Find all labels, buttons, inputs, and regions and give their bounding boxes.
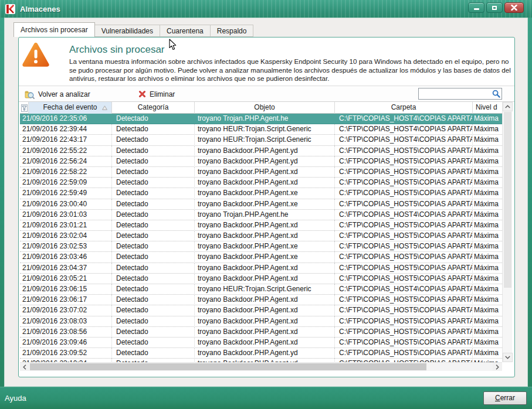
table-row[interactable]: 21/09/2016 23:01:03Detectadotroyano Troj… xyxy=(20,210,502,220)
table-row[interactable]: 21/09/2016 23:08:56Detectadotroyano Back… xyxy=(20,327,502,338)
cell-carpeta: C:\FTP\COPIAS_HOST5\COPIAS APARTADA... xyxy=(335,167,473,178)
column-header-categoria[interactable]: Categoría xyxy=(112,102,195,114)
table-row[interactable]: 21/09/2016 23:07:02Detectadotroyano Back… xyxy=(20,305,502,316)
cell-fecha: 21/09/2016 22:59:49 xyxy=(20,188,112,199)
cell-nivel: Máxima xyxy=(473,231,502,241)
table-row[interactable]: 21/09/2016 22:58:22Detectadotroyano Back… xyxy=(20,167,502,178)
scroll-right-button[interactable] xyxy=(493,363,502,371)
content-panel: Archivos sin procesar La ventana muestra… xyxy=(18,37,515,377)
column-header-fecha[interactable]: Fecha del evento xyxy=(29,102,112,114)
delete-button[interactable]: Eliminar xyxy=(135,88,178,100)
cell-fecha: 21/09/2016 23:09:52 xyxy=(20,348,112,359)
table-row[interactable]: 21/09/2016 22:35:06Detectadotroyano Troj… xyxy=(20,114,502,124)
cell-objeto: troyano Backdoor.PHP.Agent.xd xyxy=(195,231,335,241)
cell-objeto: troyano Backdoor.PHP.Agent.xd xyxy=(195,316,335,327)
table-row[interactable]: 21/09/2016 22:39:44Detectadotroyano HEUR… xyxy=(20,124,502,135)
tab-respaldo[interactable]: Respaldo xyxy=(211,25,254,37)
column-header-objeto[interactable]: Objeto xyxy=(195,102,335,114)
table-row[interactable]: 21/09/2016 23:06:15Detectadotroyano HEUR… xyxy=(20,284,502,295)
cell-nivel: Máxima xyxy=(473,295,502,305)
cell-categoria: Detectado xyxy=(112,135,195,145)
cell-fecha: 21/09/2016 23:02:04 xyxy=(20,231,112,241)
cell-carpeta: C:\FTP\COPIAS_HOST4\COPIAS APARTADA... xyxy=(335,210,473,220)
cell-fecha: 21/09/2016 22:39:44 xyxy=(20,124,112,135)
scroll-down-button[interactable] xyxy=(503,353,513,362)
column-header-carpeta[interactable]: Carpeta xyxy=(335,102,473,114)
table-row[interactable]: 21/09/2016 23:00:40Detectadotroyano Back… xyxy=(20,199,502,210)
cell-objeto: troyano Backdoor.PHP.Agent.xd xyxy=(195,295,335,305)
table-row[interactable]: 21/09/2016 22:59:09Detectadotroyano Back… xyxy=(20,178,502,188)
vertical-scroll-thumb[interactable] xyxy=(504,112,511,288)
maximize-button[interactable] xyxy=(486,2,503,13)
table-row[interactable]: 21/09/2016 23:08:03Detectadotroyano Back… xyxy=(20,316,502,327)
vertical-scrollbar[interactable] xyxy=(502,102,512,362)
cell-carpeta: C:\FTP\COPIAS_HOST5\COPIAS APARTADA... xyxy=(335,295,473,305)
cell-objeto: troyano Backdoor.PHP.Agent.xe xyxy=(195,199,335,210)
folder-magnifier-icon xyxy=(25,90,35,99)
table-row[interactable]: 21/09/2016 23:06:17Detectadotroyano Back… xyxy=(20,295,502,305)
table-row[interactable]: 21/09/2016 22:59:49Detectadotroyano Back… xyxy=(20,188,502,199)
tab-cuarentena[interactable]: Cuarentena xyxy=(160,25,211,37)
table-row[interactable]: 21/09/2016 22:43:17Detectadotroyano HEUR… xyxy=(20,135,502,145)
tab-archivos-sin-procesar[interactable]: Archivos sin procesar xyxy=(13,22,95,37)
cell-fecha: 21/09/2016 23:09:46 xyxy=(20,338,112,348)
cell-objeto: troyano HEUR:Trojan.Script.Generic xyxy=(195,135,335,145)
cell-objeto: troyano Backdoor.PHP.Agent.xe xyxy=(195,241,335,252)
chevron-up-icon xyxy=(505,105,510,108)
cell-categoria: Detectado xyxy=(112,220,195,231)
cell-carpeta: C:\FTP\COPIAS_HOST5\COPIAS APARTADA... xyxy=(335,188,473,199)
table-row[interactable]: 21/09/2016 23:03:46Detectadotroyano Back… xyxy=(20,252,502,263)
cell-fecha: 21/09/2016 23:01:03 xyxy=(20,210,112,220)
cell-categoria: Detectado xyxy=(112,124,195,135)
table-row[interactable]: 21/09/2016 23:05:21Detectadotroyano Back… xyxy=(20,274,502,284)
cell-fecha: 21/09/2016 23:04:37 xyxy=(20,263,112,274)
minimize-button[interactable] xyxy=(468,2,484,13)
cell-categoria: Detectado xyxy=(112,338,195,348)
close-dialog-key: C xyxy=(495,394,500,402)
scroll-left-button[interactable] xyxy=(20,363,29,371)
cell-fecha: 21/09/2016 22:58:22 xyxy=(20,167,112,178)
table-row[interactable]: 21/09/2016 23:09:52Detectadotroyano Back… xyxy=(20,348,502,359)
search-input[interactable] xyxy=(418,88,502,100)
cell-carpeta: C:\FTP\COPIAS_HOST4\COPIAS APARTADA... xyxy=(335,284,473,295)
close-button[interactable] xyxy=(504,2,524,13)
cell-nivel: Máxima xyxy=(473,305,502,316)
cell-fecha: 21/09/2016 23:01:21 xyxy=(20,220,112,231)
delete-button-label: Eliminar xyxy=(150,90,175,98)
cell-categoria: Detectado xyxy=(112,114,195,124)
cell-carpeta: C:\FTP\COPIAS_HOST4\COPIAS APARTADA... xyxy=(335,114,473,124)
table-row[interactable]: 21/09/2016 23:04:37Detectadotroyano Back… xyxy=(20,263,502,274)
horizontal-scroll-thumb[interactable] xyxy=(30,363,426,370)
column-header-nivel[interactable]: Nivel d xyxy=(473,102,502,114)
scroll-up-button[interactable] xyxy=(503,102,513,111)
table-row[interactable]: 21/09/2016 23:09:46Detectadotroyano Back… xyxy=(20,338,502,348)
cell-objeto: troyano Backdoor.PHP.Agent.xd xyxy=(195,178,335,188)
mouse-cursor xyxy=(169,39,177,50)
table-row[interactable]: 21/09/2016 23:02:53Detectadotroyano Back… xyxy=(20,241,502,252)
cell-objeto: troyano Backdoor.PHP.Agent.xd xyxy=(195,338,335,348)
cell-categoria: Detectado xyxy=(112,305,195,316)
horizontal-scrollbar[interactable] xyxy=(20,362,502,371)
cell-carpeta: C:\FTP\COPIAS_HOST5\COPIAS APARTADA... xyxy=(335,316,473,327)
cell-objeto: troyano HEUR:Trojan.Script.Generic xyxy=(195,124,335,135)
table-row[interactable]: 21/09/2016 22:56:24Detectadotroyano Back… xyxy=(20,156,502,167)
cell-fecha: 21/09/2016 23:07:02 xyxy=(20,305,112,316)
cell-objeto: troyano HEUR:Trojan.Script.Generic xyxy=(195,284,335,295)
rescan-button[interactable]: Volver a analizar xyxy=(21,88,94,100)
cell-nivel: Máxima xyxy=(473,284,502,295)
cell-carpeta: C:\FTP\COPIAS_HOST5\COPIAS APARTADA... xyxy=(335,348,473,359)
tab-vulnerabilidades[interactable]: Vulnerabilidades xyxy=(95,25,160,37)
table-row[interactable]: 21/09/2016 22:55:22Detectadotroyano Back… xyxy=(20,146,502,156)
table-row[interactable]: 21/09/2016 23:02:04Detectadotroyano Back… xyxy=(20,231,502,241)
cell-carpeta: C:\FTP\COPIAS_HOST5\COPIAS APARTADA... xyxy=(335,231,473,241)
column-filter-button[interactable] xyxy=(20,102,29,114)
cell-categoria: Detectado xyxy=(112,178,195,188)
window-controls xyxy=(468,2,524,13)
cell-categoria: Detectado xyxy=(112,252,195,263)
cell-categoria: Detectado xyxy=(112,156,195,167)
cell-objeto: troyano Backdoor.PHP.Agent.yd xyxy=(195,146,335,156)
table-row[interactable]: 21/09/2016 23:01:21Detectadotroyano Back… xyxy=(20,220,502,231)
help-link[interactable]: Ayuda xyxy=(5,394,26,403)
cell-categoria: Detectado xyxy=(112,348,195,359)
close-dialog-button[interactable]: Cerrar xyxy=(483,391,527,405)
